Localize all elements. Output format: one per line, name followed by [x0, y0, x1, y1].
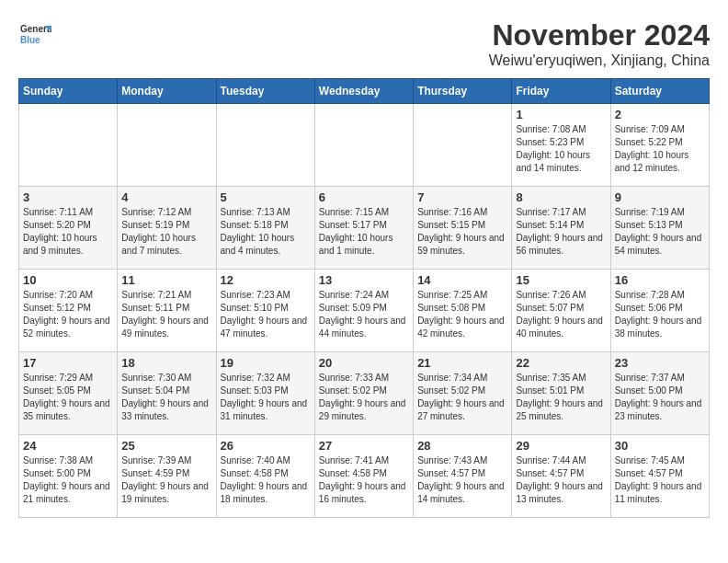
header-sunday: Sunday: [19, 79, 118, 104]
calendar-cell: 12Sunrise: 7:23 AM Sunset: 5:10 PM Dayli…: [216, 270, 314, 352]
calendar-cell: 10Sunrise: 7:20 AM Sunset: 5:12 PM Dayli…: [19, 270, 118, 352]
day-content: Sunrise: 7:24 AM Sunset: 5:09 PM Dayligh…: [319, 289, 409, 340]
day-number: 15: [516, 273, 606, 287]
calendar-cell: 8Sunrise: 7:17 AM Sunset: 5:14 PM Daylig…: [512, 187, 610, 270]
day-number: 14: [417, 273, 507, 287]
header-row: Sunday Monday Tuesday Wednesday Thursday…: [19, 79, 710, 104]
calendar-week-2: 10Sunrise: 7:20 AM Sunset: 5:12 PM Dayli…: [19, 270, 710, 352]
day-content: Sunrise: 7:30 AM Sunset: 5:04 PM Dayligh…: [121, 372, 211, 423]
calendar-cell: 30Sunrise: 7:45 AM Sunset: 4:57 PM Dayli…: [610, 435, 709, 518]
calendar-cell: 18Sunrise: 7:30 AM Sunset: 5:04 PM Dayli…: [118, 352, 216, 435]
month-title: November 2024: [489, 18, 710, 52]
day-number: 7: [417, 190, 507, 204]
calendar-cell: 15Sunrise: 7:26 AM Sunset: 5:07 PM Dayli…: [512, 270, 610, 352]
day-content: Sunrise: 7:16 AM Sunset: 5:15 PM Dayligh…: [417, 206, 507, 258]
day-number: 6: [319, 190, 409, 204]
calendar-cell: 6Sunrise: 7:15 AM Sunset: 5:17 PM Daylig…: [314, 187, 413, 270]
day-content: Sunrise: 7:29 AM Sunset: 5:05 PM Dayligh…: [23, 372, 113, 423]
calendar-cell: 21Sunrise: 7:34 AM Sunset: 5:02 PM Dayli…: [414, 352, 512, 435]
calendar-cell: 14Sunrise: 7:25 AM Sunset: 5:08 PM Dayli…: [414, 270, 512, 352]
location-title: Weiwu'eryuqiwen, Xinjiang, China: [489, 52, 710, 69]
day-number: 5: [221, 190, 311, 204]
day-content: Sunrise: 7:41 AM Sunset: 4:58 PM Dayligh…: [319, 454, 409, 506]
day-number: 24: [23, 439, 113, 453]
svg-text:Blue: Blue: [20, 35, 40, 45]
calendar-week-4: 24Sunrise: 7:38 AM Sunset: 5:00 PM Dayli…: [19, 435, 710, 518]
calendar-week-0: 1Sunrise: 7:08 AM Sunset: 5:23 PM Daylig…: [19, 104, 710, 187]
day-content: Sunrise: 7:19 AM Sunset: 5:13 PM Dayligh…: [615, 206, 705, 258]
calendar-cell: 1Sunrise: 7:08 AM Sunset: 5:23 PM Daylig…: [512, 104, 610, 187]
calendar-cell: 23Sunrise: 7:37 AM Sunset: 5:00 PM Dayli…: [610, 352, 709, 435]
day-content: Sunrise: 7:08 AM Sunset: 5:23 PM Dayligh…: [516, 123, 606, 175]
day-number: 9: [615, 190, 705, 204]
day-number: 27: [319, 439, 409, 453]
day-content: Sunrise: 7:12 AM Sunset: 5:19 PM Dayligh…: [121, 206, 211, 258]
day-number: 13: [319, 273, 409, 287]
day-number: 25: [121, 439, 211, 453]
calendar-cell: 26Sunrise: 7:40 AM Sunset: 4:58 PM Dayli…: [216, 435, 314, 518]
calendar-cell: 11Sunrise: 7:21 AM Sunset: 5:11 PM Dayli…: [118, 270, 216, 352]
day-number: 1: [516, 108, 606, 121]
calendar-cell: 24Sunrise: 7:38 AM Sunset: 5:00 PM Dayli…: [19, 435, 118, 518]
day-number: 10: [23, 273, 113, 287]
day-number: 17: [23, 356, 113, 370]
day-content: Sunrise: 7:38 AM Sunset: 5:00 PM Dayligh…: [23, 454, 113, 506]
day-content: Sunrise: 7:15 AM Sunset: 5:17 PM Dayligh…: [319, 206, 409, 258]
day-content: Sunrise: 7:28 AM Sunset: 5:06 PM Dayligh…: [615, 289, 705, 340]
header-saturday: Saturday: [610, 79, 709, 104]
logo: General Blue: [18, 18, 51, 52]
page-header: General Blue November 2024 Weiwu'eryuqiw…: [18, 18, 710, 69]
day-number: 20: [319, 356, 409, 370]
day-number: 21: [417, 356, 507, 370]
day-content: Sunrise: 7:21 AM Sunset: 5:11 PM Dayligh…: [121, 289, 211, 340]
day-content: Sunrise: 7:11 AM Sunset: 5:20 PM Dayligh…: [23, 206, 113, 258]
day-content: Sunrise: 7:17 AM Sunset: 5:14 PM Dayligh…: [516, 206, 606, 258]
day-number: 8: [516, 190, 606, 204]
day-number: 11: [121, 273, 211, 287]
calendar-week-3: 17Sunrise: 7:29 AM Sunset: 5:05 PM Dayli…: [19, 352, 710, 435]
calendar-header: Sunday Monday Tuesday Wednesday Thursday…: [19, 79, 710, 104]
calendar-cell: 16Sunrise: 7:28 AM Sunset: 5:06 PM Dayli…: [610, 270, 709, 352]
calendar-cell: [414, 104, 512, 187]
day-content: Sunrise: 7:09 AM Sunset: 5:22 PM Dayligh…: [615, 123, 705, 175]
calendar-cell: 4Sunrise: 7:12 AM Sunset: 5:19 PM Daylig…: [118, 187, 216, 270]
day-content: Sunrise: 7:45 AM Sunset: 4:57 PM Dayligh…: [615, 454, 705, 506]
day-number: 3: [23, 190, 113, 204]
calendar-cell: 19Sunrise: 7:32 AM Sunset: 5:03 PM Dayli…: [216, 352, 314, 435]
calendar-cell: [216, 104, 314, 187]
title-area: November 2024 Weiwu'eryuqiwen, Xinjiang,…: [489, 18, 710, 69]
day-content: Sunrise: 7:40 AM Sunset: 4:58 PM Dayligh…: [221, 454, 311, 506]
day-number: 29: [516, 439, 606, 453]
calendar-cell: 17Sunrise: 7:29 AM Sunset: 5:05 PM Dayli…: [19, 352, 118, 435]
calendar-cell: 28Sunrise: 7:43 AM Sunset: 4:57 PM Dayli…: [414, 435, 512, 518]
calendar-cell: 3Sunrise: 7:11 AM Sunset: 5:20 PM Daylig…: [19, 187, 118, 270]
header-friday: Friday: [512, 79, 610, 104]
svg-text:General: General: [20, 24, 51, 34]
calendar-cell: 25Sunrise: 7:39 AM Sunset: 4:59 PM Dayli…: [118, 435, 216, 518]
calendar-cell: 20Sunrise: 7:33 AM Sunset: 5:02 PM Dayli…: [314, 352, 413, 435]
day-content: Sunrise: 7:34 AM Sunset: 5:02 PM Dayligh…: [417, 372, 507, 423]
calendar-cell: 5Sunrise: 7:13 AM Sunset: 5:18 PM Daylig…: [216, 187, 314, 270]
day-content: Sunrise: 7:25 AM Sunset: 5:08 PM Dayligh…: [417, 289, 507, 340]
day-number: 4: [121, 190, 211, 204]
day-number: 26: [221, 439, 311, 453]
calendar-cell: 9Sunrise: 7:19 AM Sunset: 5:13 PM Daylig…: [610, 187, 709, 270]
calendar-week-1: 3Sunrise: 7:11 AM Sunset: 5:20 PM Daylig…: [19, 187, 710, 270]
day-number: 19: [221, 356, 311, 370]
calendar-cell: [118, 104, 216, 187]
day-content: Sunrise: 7:23 AM Sunset: 5:10 PM Dayligh…: [221, 289, 311, 340]
day-content: Sunrise: 7:13 AM Sunset: 5:18 PM Dayligh…: [221, 206, 311, 258]
calendar-cell: [314, 104, 413, 187]
day-content: Sunrise: 7:26 AM Sunset: 5:07 PM Dayligh…: [516, 289, 606, 340]
header-monday: Monday: [118, 79, 216, 104]
calendar-cell: 13Sunrise: 7:24 AM Sunset: 5:09 PM Dayli…: [314, 270, 413, 352]
calendar-cell: 22Sunrise: 7:35 AM Sunset: 5:01 PM Dayli…: [512, 352, 610, 435]
calendar-cell: 29Sunrise: 7:44 AM Sunset: 4:57 PM Dayli…: [512, 435, 610, 518]
header-wednesday: Wednesday: [314, 79, 413, 104]
day-content: Sunrise: 7:37 AM Sunset: 5:00 PM Dayligh…: [615, 372, 705, 423]
day-number: 12: [221, 273, 311, 287]
day-content: Sunrise: 7:43 AM Sunset: 4:57 PM Dayligh…: [417, 454, 507, 506]
logo-icon: General Blue: [18, 18, 51, 52]
day-number: 18: [121, 356, 211, 370]
calendar-cell: [19, 104, 118, 187]
